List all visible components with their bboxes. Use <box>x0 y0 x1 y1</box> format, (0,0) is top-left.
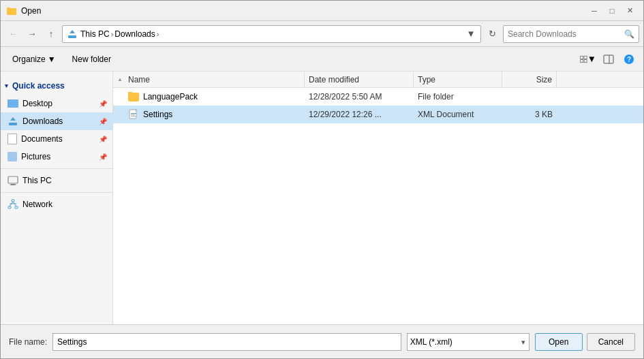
column-headers: ▲ Name Date modified Type Size <box>113 72 643 88</box>
network-icon <box>7 199 18 210</box>
sidebar-desktop-label: Desktop <box>22 99 52 108</box>
file-list: LanguagePack 12/28/2022 5:50 AM File fol… <box>113 88 643 324</box>
help-button[interactable]: ? <box>620 50 638 68</box>
nav-bar: ← → ↑ This PC › Downloads › ▼ ↻ 🔍 <box>1 21 643 47</box>
documents-icon <box>7 134 17 144</box>
toolbar-right: ▼ ? <box>579 50 638 68</box>
preview-pane-icon <box>603 54 614 65</box>
col-header-name[interactable]: Name <box>124 72 305 87</box>
file-name-input[interactable] <box>52 333 401 351</box>
refresh-button[interactable]: ↻ <box>484 26 500 42</box>
svg-rect-7 <box>584 59 587 62</box>
sidebar-item-this-pc[interactable]: This PC <box>1 172 112 189</box>
svg-rect-6 <box>581 59 583 62</box>
search-input[interactable] <box>508 29 622 39</box>
svg-rect-19 <box>15 206 18 208</box>
svg-rect-14 <box>8 176 18 183</box>
svg-text:?: ? <box>627 56 631 63</box>
pin-icon-downloads: 📌 <box>99 118 107 125</box>
dialog-title: Open <box>21 6 41 16</box>
path-folder: Downloads <box>114 29 155 39</box>
search-bar[interactable]: 🔍 <box>503 25 639 43</box>
action-buttons: Open Cancel <box>535 333 635 351</box>
path-separator-2: › <box>157 30 159 38</box>
file-size-cell: 3 KB <box>502 110 557 119</box>
file-name-cell: LanguagePack <box>124 92 305 102</box>
forward-button[interactable]: → <box>24 26 40 42</box>
view-grid-icon <box>580 54 587 65</box>
col-name-label: Name <box>128 75 150 84</box>
close-button[interactable]: ✕ <box>622 4 638 18</box>
content-area: ▲ Name Date modified Type Size <box>113 72 643 324</box>
organize-label: Organize <box>12 54 46 64</box>
sidebar-item-downloads[interactable]: Downloads 📌 <box>1 112 112 130</box>
svg-rect-18 <box>8 206 11 208</box>
minimize-button[interactable]: ─ <box>586 4 602 18</box>
quick-access-chevron-icon: ▾ <box>5 82 8 89</box>
table-row[interactable]: Settings 12/29/2022 12:26 ... XML Docume… <box>113 106 643 123</box>
col-date-label: Date modified <box>309 75 359 84</box>
title-bar: Open ─ □ ✕ <box>1 1 643 21</box>
desktop-icon <box>7 99 18 108</box>
open-button[interactable]: Open <box>535 333 583 351</box>
file-type-select[interactable]: XML (*.xml) <box>407 333 530 351</box>
file-date-cell: 12/28/2022 5:50 AM <box>305 92 414 102</box>
maximize-button[interactable]: □ <box>604 4 620 18</box>
back-button[interactable]: ← <box>5 26 21 42</box>
table-row[interactable]: LanguagePack 12/28/2022 5:50 AM File fol… <box>113 88 643 106</box>
downloads-icon <box>67 29 78 40</box>
view-chevron-icon: ▼ <box>587 54 596 64</box>
folder-icon <box>128 93 139 102</box>
address-bar[interactable]: This PC › Downloads › ▼ <box>62 25 481 43</box>
address-dropdown-button[interactable]: ▼ <box>465 29 476 40</box>
pin-icon-desktop: 📌 <box>99 100 107 108</box>
sidebar-item-quick-access[interactable]: ▾ Quick access <box>1 77 112 95</box>
file-name: Settings <box>143 110 172 119</box>
pin-icon-pictures: 📌 <box>99 153 107 161</box>
svg-rect-24 <box>131 113 136 114</box>
sidebar-item-desktop[interactable]: Desktop 📌 <box>1 95 112 112</box>
quick-access-label: Quick access <box>12 81 65 91</box>
file-name-cell: Settings <box>124 109 305 120</box>
col-size-label: Size <box>536 75 552 84</box>
up-button[interactable]: ↑ <box>43 26 59 42</box>
search-icon: 🔍 <box>624 29 634 39</box>
main-area: ▾ Quick access Desktop 📌 Downloads 📌 Doc… <box>1 72 643 324</box>
col-header-type[interactable]: Type <box>414 72 502 87</box>
svg-rect-17 <box>12 200 14 202</box>
preview-pane-button[interactable] <box>600 50 617 68</box>
svg-rect-4 <box>581 56 583 59</box>
sidebar-item-pictures[interactable]: Pictures 📌 <box>1 148 112 166</box>
new-folder-button[interactable]: New folder <box>66 50 117 68</box>
svg-rect-8 <box>604 55 613 63</box>
new-folder-label: New folder <box>72 54 111 64</box>
sidebar-item-documents[interactable]: Documents 📌 <box>1 130 112 148</box>
cancel-button[interactable]: Cancel <box>587 333 635 351</box>
svg-rect-23 <box>129 110 136 119</box>
title-controls: ─ □ ✕ <box>586 4 638 18</box>
sidebar-divider-1 <box>1 168 112 169</box>
organize-button[interactable]: Organize ▼ <box>6 50 62 68</box>
sidebar: ▾ Quick access Desktop 📌 Downloads 📌 Doc… <box>1 72 113 324</box>
path-separator-1: › <box>111 30 114 38</box>
file-type-wrapper: XML (*.xml) <box>407 333 530 351</box>
col-type-label: Type <box>418 75 435 84</box>
this-pc-icon <box>7 175 18 186</box>
this-pc-label: This PC <box>22 176 52 185</box>
svg-rect-26 <box>131 116 136 116</box>
sort-arrow-icon: ▲ <box>117 76 123 82</box>
sidebar-documents-label: Documents <box>21 134 63 144</box>
xml-file-icon <box>128 109 139 120</box>
sidebar-item-network[interactable]: Network <box>1 196 112 213</box>
file-type-cell: File folder <box>414 92 502 102</box>
view-options-button[interactable]: ▼ <box>579 50 597 68</box>
col-header-date[interactable]: Date modified <box>305 72 414 87</box>
svg-rect-2 <box>68 35 76 38</box>
file-name-label: File name: <box>9 337 47 347</box>
svg-marker-3 <box>70 30 75 33</box>
svg-rect-12 <box>9 123 17 125</box>
network-label: Network <box>22 200 52 209</box>
file-type-cell: XML Document <box>414 110 502 119</box>
address-path: This PC › Downloads › <box>80 29 463 39</box>
col-header-size[interactable]: Size <box>502 72 557 87</box>
